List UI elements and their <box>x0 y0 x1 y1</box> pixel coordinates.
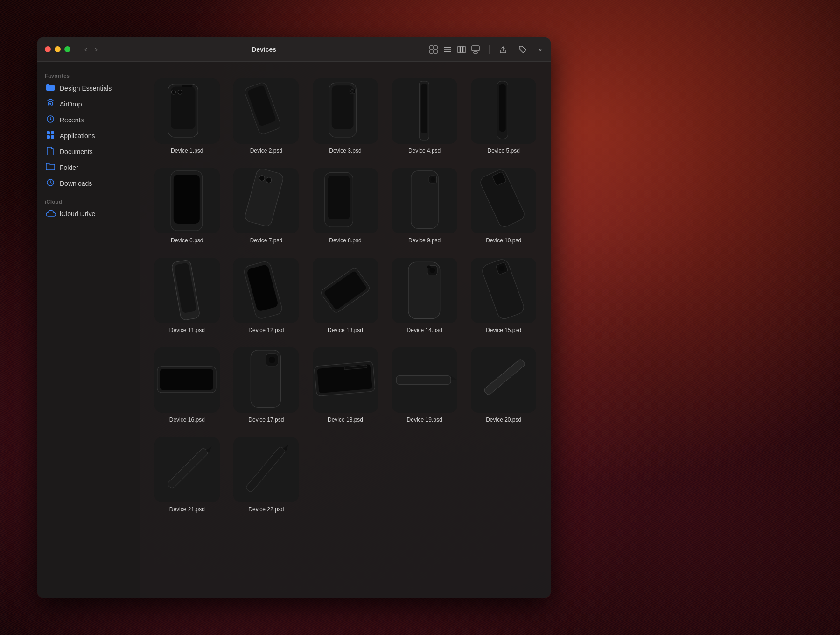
file-item-5[interactable]: Device 5.psd <box>466 73 541 159</box>
svg-rect-3 <box>434 50 437 53</box>
file-thumbnail <box>154 78 220 144</box>
svg-point-31 <box>351 89 354 92</box>
file-item-8[interactable]: Device 8.psd <box>308 162 383 248</box>
file-item-16[interactable]: Device 16.psd <box>149 342 225 428</box>
svg-rect-25 <box>182 85 192 87</box>
svg-rect-16 <box>47 131 50 134</box>
icon-list-view[interactable] <box>441 43 454 56</box>
svg-rect-8 <box>461 46 463 53</box>
file-thumbnail <box>154 258 220 323</box>
file-item-14[interactable]: Device 14.psd <box>387 252 462 338</box>
svg-point-57 <box>427 265 430 268</box>
svg-point-14 <box>49 103 51 105</box>
file-item-1[interactable]: Device 1.psd <box>149 73 225 159</box>
sidebar-item-icloud-drive[interactable]: iCloud Drive <box>41 206 136 221</box>
svg-rect-10 <box>472 46 479 51</box>
svg-point-24 <box>178 90 182 94</box>
svg-point-12 <box>521 47 522 48</box>
file-name: Device 2.psd <box>250 148 282 154</box>
sidebar-item-documents[interactable]: Documents <box>41 144 136 160</box>
file-name: Device 17.psd <box>248 416 284 423</box>
sidebar: Favorites Design Essentials A <box>37 62 140 598</box>
file-thumbnail <box>154 437 220 502</box>
file-name: Device 16.psd <box>169 416 205 423</box>
sidebar-item-label: Recents <box>60 116 84 124</box>
icloud-icon <box>46 209 55 219</box>
svg-rect-37 <box>174 175 200 224</box>
svg-rect-62 <box>160 369 213 390</box>
file-thumbnail <box>233 347 299 413</box>
file-item-7[interactable]: Device 7.psd <box>229 162 304 248</box>
icloud-label: iCloud <box>41 199 136 205</box>
file-name: Device 22.psd <box>248 506 284 513</box>
file-name: Device 1.psd <box>171 148 203 154</box>
file-thumbnail <box>233 437 299 502</box>
close-button[interactable] <box>45 46 51 52</box>
sidebar-item-label: Applications <box>60 132 95 140</box>
file-item-3[interactable]: Device 3.psd <box>308 73 383 159</box>
sidebar-item-folder[interactable]: Folder <box>41 160 136 176</box>
file-thumbnail <box>233 78 299 144</box>
file-item-21[interactable]: Device 21.psd <box>149 431 225 517</box>
icon-columns-view[interactable] <box>455 43 468 56</box>
more-button[interactable]: » <box>536 44 543 55</box>
file-item-15[interactable]: Device 15.psd <box>466 252 541 338</box>
svg-point-65 <box>269 357 275 363</box>
file-item-18[interactable]: Device 18.psd <box>308 342 383 428</box>
back-button[interactable]: ‹ <box>82 42 90 56</box>
nav-buttons: ‹ › <box>82 42 100 56</box>
svg-point-23 <box>171 90 175 94</box>
airdrop-icon <box>46 99 55 109</box>
file-item-13[interactable]: Device 13.psd <box>308 252 383 338</box>
svg-rect-73 <box>167 447 209 489</box>
svg-rect-9 <box>463 46 466 53</box>
file-thumbnail <box>471 347 536 413</box>
sidebar-item-downloads[interactable]: Downloads <box>41 176 136 191</box>
share-button[interactable] <box>497 43 509 56</box>
forward-button[interactable]: › <box>92 42 100 56</box>
sidebar-item-applications[interactable]: Applications <box>41 128 136 144</box>
file-item-11[interactable]: Device 11.psd <box>149 252 225 338</box>
file-item-19[interactable]: Device 19.psd <box>387 342 462 428</box>
file-item-4[interactable]: Device 4.psd <box>387 73 462 159</box>
icon-gallery-view[interactable] <box>469 43 482 56</box>
sidebar-item-label: iCloud Drive <box>60 210 95 218</box>
tag-button[interactable] <box>517 43 529 56</box>
file-item-10[interactable]: Device 10.psd <box>466 162 541 248</box>
file-thumbnail <box>154 347 220 413</box>
icon-grid-view[interactable] <box>427 43 440 56</box>
file-item-9[interactable]: Device 9.psd <box>387 162 462 248</box>
minimize-button[interactable] <box>55 46 61 52</box>
sidebar-item-airdrop[interactable]: AirDrop <box>41 96 136 112</box>
file-name: Device 11.psd <box>169 327 205 333</box>
file-item-2[interactable]: Device 2.psd <box>229 73 304 159</box>
svg-rect-42 <box>328 176 350 219</box>
file-thumbnail <box>154 168 220 233</box>
svg-rect-7 <box>458 46 460 53</box>
file-thumbnail <box>313 168 378 233</box>
file-name: Device 14.psd <box>407 327 442 333</box>
file-item-20[interactable]: Device 20.psd <box>466 342 541 428</box>
file-name: Device 15.psd <box>486 327 521 333</box>
file-item-12[interactable]: Device 12.psd <box>229 252 304 338</box>
window-title: Devices <box>100 46 427 53</box>
sidebar-item-recents[interactable]: Recents <box>41 112 136 128</box>
file-thumbnail <box>233 168 299 233</box>
file-item-17[interactable]: Device 17.psd <box>229 342 304 428</box>
file-thumbnail <box>471 78 536 144</box>
maximize-button[interactable] <box>64 46 70 52</box>
file-name: Device 8.psd <box>329 237 361 244</box>
file-name: Device 7.psd <box>250 237 282 244</box>
file-item-6[interactable]: Device 6.psd <box>149 162 225 248</box>
file-thumbnail <box>313 347 378 413</box>
main-content: Favorites Design Essentials A <box>37 62 551 598</box>
svg-marker-70 <box>451 376 457 380</box>
sidebar-item-label: Documents <box>60 148 93 155</box>
file-name: Device 19.psd <box>407 416 442 423</box>
file-item-22[interactable]: Device 22.psd <box>229 431 304 517</box>
sidebar-item-design-essentials[interactable]: Design Essentials <box>41 80 136 96</box>
svg-rect-18 <box>47 135 50 139</box>
folder2-icon <box>46 162 55 173</box>
svg-rect-71 <box>483 359 526 396</box>
file-thumbnail <box>313 258 378 323</box>
